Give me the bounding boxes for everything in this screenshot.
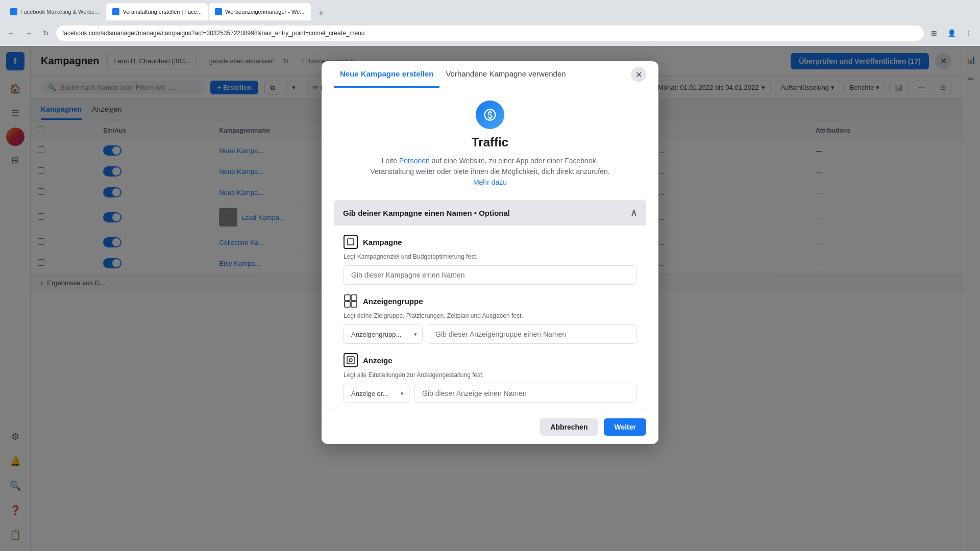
tab-favicon-2: [112, 8, 119, 15]
desc-link-persons[interactable]: Personen: [399, 157, 430, 165]
anzeigengruppe-name-input[interactable]: [428, 324, 636, 344]
objective-desc: Leite Personen auf eine Website, zu eine…: [362, 156, 618, 188]
forward-button[interactable]: →: [21, 26, 36, 40]
kampagne-group: Kampagne Legt Kampagnenziel und Budgetop…: [344, 235, 636, 285]
kampagne-icon: [344, 235, 358, 249]
kampagne-sub-label: Legt Kampagnenziel und Budgetoptimierung…: [344, 253, 636, 260]
profile-button[interactable]: 👤: [944, 26, 959, 40]
kampagne-label: Kampagne: [363, 238, 402, 246]
modal-body: Traffic Leite Personen auf eine Website,…: [322, 88, 658, 410]
anzeigengruppe-label: Anzeigengruppe: [363, 297, 423, 306]
anzeige-name-input[interactable]: [414, 384, 636, 403]
modal-tabs: Neue Kampagne erstellen Vorhandene Kampa…: [322, 61, 658, 88]
modal-footer: Abbrechen Weiter: [322, 410, 658, 444]
anzeigengruppe-select[interactable]: Anzeigengrupp...: [344, 325, 409, 343]
desc-link-more[interactable]: Mehr dazu: [473, 178, 507, 186]
browser-tab-1[interactable]: Facebook Marketing & Werbe...: [4, 3, 105, 20]
anzeige-label: Anzeige: [363, 356, 393, 365]
modal-overlay: Neue Kampagne erstellen Vorhandene Kampa…: [0, 46, 980, 551]
address-bar[interactable]: facebook.com/adsmanager/manage/campaigns…: [56, 26, 924, 41]
tab-label-1: Facebook Marketing & Werbe...: [20, 9, 99, 15]
anzeigengruppe-group: Anzeigengruppe Legt deine Zielgruppe, Pl…: [344, 294, 636, 344]
kampagne-input[interactable]: [344, 265, 636, 285]
anzeigengruppe-sub-label: Legt deine Zielgruppe, Platzierungen, Ze…: [344, 312, 636, 319]
svg-rect-3: [345, 302, 350, 307]
anzeige-group: Anzeige Legt alle Einstellungen zur Anze…: [344, 353, 636, 403]
create-campaign-modal: Neue Kampagne erstellen Vorhandene Kampa…: [322, 61, 658, 444]
svg-rect-1: [345, 295, 350, 300]
anzeige-sub-label: Legt alle Einstellungen zur Anzeigengest…: [344, 371, 636, 379]
tab-favicon-1: [10, 8, 17, 15]
extensions-button[interactable]: ⊞: [927, 26, 941, 40]
svg-rect-2: [351, 295, 357, 300]
anzeige-caret-icon: ▾: [396, 390, 409, 397]
section-chevron-icon: ∧: [630, 207, 637, 218]
menu-button[interactable]: ⋮: [962, 26, 976, 40]
svg-rect-4: [351, 302, 357, 307]
desc-text-1: Leite: [382, 157, 399, 165]
anzeige-icon: [344, 353, 358, 367]
name-section: Gib deiner Kampagne einen Namen • Option…: [334, 200, 646, 410]
modal-tab-new[interactable]: Neue Kampagne erstellen: [334, 61, 439, 88]
refresh-button[interactable]: ↻: [39, 26, 53, 40]
svg-point-6: [349, 359, 352, 362]
tab-favicon-3: [215, 8, 222, 15]
anzeigengruppe-select-wrapper: Anzeigengrupp... ▾: [344, 324, 423, 344]
svg-rect-5: [347, 357, 354, 364]
anzeige-select[interactable]: Anzeige er...: [344, 385, 396, 403]
next-button[interactable]: Weiter: [604, 418, 646, 436]
tab-close-3[interactable]: ✕: [308, 7, 311, 16]
modal-tab-existing[interactable]: Vorhandene Kampagne verwenden: [439, 61, 572, 88]
objective-icon: [476, 101, 504, 129]
svg-rect-0: [348, 239, 354, 245]
anzeige-select-wrapper: Anzeige er... ▾: [344, 384, 409, 403]
objective-title: Traffic: [334, 135, 646, 149]
browser-tab-3[interactable]: Werbeanzeigenmanager - We... ✕: [209, 3, 311, 20]
section-body: Kampagne Legt Kampagnenziel und Budgetop…: [334, 226, 646, 410]
browser-tab-2[interactable]: Veranstaltung erstellen | Face...: [106, 3, 208, 20]
modal-close-button[interactable]: ✕: [631, 67, 646, 82]
objective-section: Traffic Leite Personen auf eine Website,…: [334, 101, 646, 188]
back-button[interactable]: ←: [4, 26, 18, 40]
address-text: facebook.com/adsmanager/manage/campaigns…: [62, 30, 364, 37]
section-header[interactable]: Gib deiner Kampagne einen Namen • Option…: [334, 200, 646, 226]
new-tab-button[interactable]: +: [314, 6, 328, 20]
anzeigengruppe-caret-icon: ▾: [409, 331, 422, 338]
anzeigengruppe-icon: [344, 294, 358, 308]
cancel-button[interactable]: Abbrechen: [540, 418, 598, 436]
section-title: Gib deiner Kampagne einen Namen • Option…: [343, 209, 510, 217]
tab-label-2: Veranstaltung erstellen | Face...: [122, 9, 202, 15]
tab-label-3: Werbeanzeigenmanager - We...: [225, 9, 305, 15]
